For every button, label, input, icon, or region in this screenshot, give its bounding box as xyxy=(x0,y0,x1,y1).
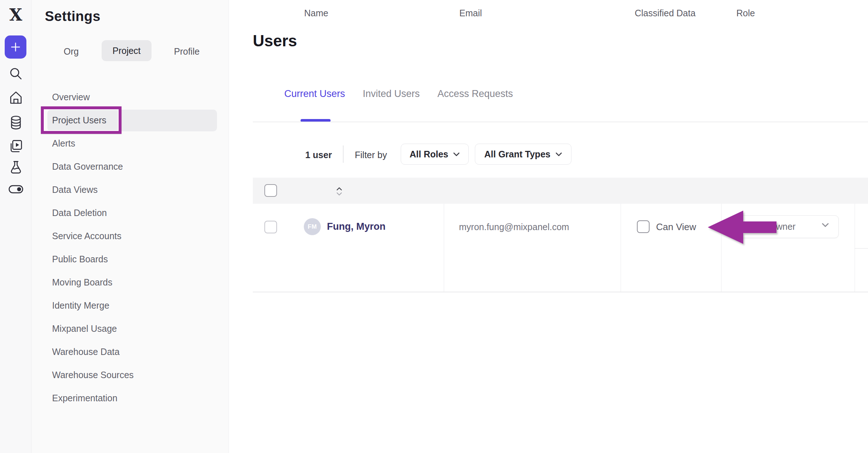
column-divider xyxy=(855,204,855,292)
sidebar-item-public-boards[interactable]: Public Boards xyxy=(32,247,229,271)
mixpanel-logo-icon[interactable]: X xyxy=(0,4,31,26)
column-header-name[interactable]: Name xyxy=(304,0,328,26)
column-header-classified-data[interactable]: Classified Data xyxy=(635,0,695,26)
sidebar-item-identity-merge[interactable]: Identity Merge xyxy=(32,294,229,317)
select-all-checkbox[interactable] xyxy=(264,184,277,197)
avatar: FM xyxy=(304,218,321,235)
sidebar-item-data-deletion[interactable]: Data Deletion xyxy=(32,201,229,224)
sidebar-item-moving-boards[interactable]: Moving Boards xyxy=(32,271,229,294)
feature-toggle-icon[interactable] xyxy=(0,184,31,195)
sidebar-item-warehouse-sources[interactable]: Warehouse Sources xyxy=(32,363,229,386)
row-divider-partial xyxy=(855,248,868,249)
sidebar-item-mixpanel-usage[interactable]: Mixpanel Usage xyxy=(32,317,229,340)
row-divider xyxy=(253,292,868,292)
page-title: Users xyxy=(253,32,297,50)
column-divider xyxy=(621,204,621,292)
all-grant-types-dropdown[interactable]: All Grant Types xyxy=(475,144,571,165)
user-name-link[interactable]: Fung, Myron xyxy=(327,221,386,232)
column-header-email[interactable]: Email xyxy=(459,0,482,26)
sidebar-item-warehouse-data[interactable]: Warehouse Data xyxy=(32,340,229,363)
scope-tab-profile[interactable]: Profile xyxy=(174,46,200,57)
sidebar-item-overview[interactable]: Overview xyxy=(32,85,229,109)
tabs-divider xyxy=(253,122,868,122)
experiments-flask-icon[interactable] xyxy=(0,160,31,177)
table-header xyxy=(253,178,868,204)
tab-current-users[interactable]: Current Users xyxy=(284,88,345,100)
users-tabs: Current Users Invited Users Access Reque… xyxy=(284,88,513,100)
settings-menu: Overview Project Users Alerts Data Gover… xyxy=(32,85,229,410)
classified-data-label: Can View xyxy=(656,221,696,233)
tab-invited-users[interactable]: Invited Users xyxy=(363,88,420,100)
all-roles-label: All Roles xyxy=(410,149,448,160)
chevron-down-icon xyxy=(556,152,562,156)
user-email: myron.fung@mixpanel.com xyxy=(459,222,569,232)
data-management-icon[interactable] xyxy=(0,115,31,132)
toolbar-divider xyxy=(343,145,344,163)
icon-rail: X xyxy=(0,0,31,453)
sidebar-item-service-accounts[interactable]: Service Accounts xyxy=(32,224,229,247)
scope-tab-project[interactable]: Project xyxy=(102,40,152,61)
project-users-panel: Users Current Users Invited Users Access… xyxy=(229,0,868,453)
column-divider xyxy=(444,204,444,292)
sidebar-item-experimentation[interactable]: Experimentation xyxy=(32,386,229,410)
create-plus-button[interactable] xyxy=(5,35,26,59)
settings-sidebar: Settings Org Project Profile Overview Pr… xyxy=(32,0,229,453)
boards-icon[interactable] xyxy=(0,139,31,155)
sidebar-item-data-governance[interactable]: Data Governance xyxy=(32,155,229,178)
chevron-down-icon xyxy=(453,152,460,156)
sidebar-item-data-views[interactable]: Data Views xyxy=(32,178,229,201)
all-roles-dropdown[interactable]: All Roles xyxy=(401,144,469,165)
sidebar-item-project-users[interactable]: Project Users xyxy=(32,109,229,132)
tab-access-requests[interactable]: Access Requests xyxy=(438,88,513,100)
user-count: 1 user xyxy=(305,148,332,162)
sort-icon[interactable] xyxy=(336,187,343,195)
column-header-role[interactable]: Role xyxy=(736,0,755,26)
sidebar-item-alerts[interactable]: Alerts xyxy=(32,132,229,155)
scope-tab-org[interactable]: Org xyxy=(64,46,79,57)
all-grant-types-label: All Grant Types xyxy=(484,149,550,160)
mixpanel-settings-app: X xyxy=(0,0,868,453)
settings-title: Settings xyxy=(45,9,101,24)
filter-by-label: Filter by xyxy=(355,148,387,162)
search-icon[interactable] xyxy=(0,67,31,82)
classified-data-checkbox[interactable] xyxy=(637,220,650,233)
chevron-down-icon xyxy=(822,223,829,227)
home-icon[interactable] xyxy=(0,90,31,106)
annotation-arrow-icon xyxy=(707,210,778,246)
plus-icon xyxy=(10,42,21,52)
row-select-checkbox[interactable] xyxy=(264,221,277,233)
